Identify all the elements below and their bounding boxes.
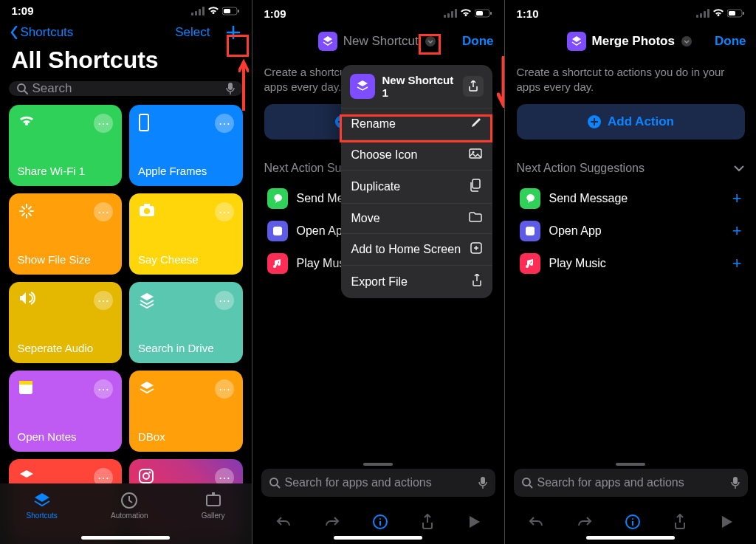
shortcut-options-popup: New Shortcut 1 Rename Choose Icon Duplic… — [341, 65, 492, 298]
popup-item-label: Export File — [351, 275, 408, 289]
nav-back-button[interactable]: Shortcuts — [10, 25, 74, 40]
shortcut-tile[interactable]: ⋯Search in Drive — [129, 282, 243, 363]
more-icon[interactable]: ⋯ — [94, 114, 113, 133]
more-icon[interactable]: ⋯ — [215, 379, 234, 399]
tab-gallery[interactable]: Gallery — [202, 491, 225, 520]
svg-rect-12 — [144, 204, 150, 207]
app-icon — [520, 221, 540, 241]
popup-move[interactable]: Move — [341, 204, 492, 234]
svg-point-53 — [632, 518, 633, 520]
svg-point-28 — [425, 36, 436, 47]
home-indicator[interactable] — [334, 536, 422, 540]
section-title: Next Action Suggestions — [517, 162, 645, 175]
hint-text: Create a shortcut to actions you do in y… — [517, 65, 745, 94]
redo-icon[interactable] — [324, 514, 340, 533]
popup-add-home[interactable]: Add to Home Screen — [341, 234, 492, 266]
play-icon[interactable] — [467, 514, 481, 533]
share-button[interactable] — [463, 76, 484, 97]
shortcut-tile[interactable]: ⋯Open Notes — [9, 371, 123, 452]
popup-choose-icon[interactable]: Choose Icon — [341, 140, 492, 171]
search-field[interactable] — [32, 81, 221, 96]
shortcut-tile[interactable]: ⋯Share Wi-Fi 1 — [9, 105, 123, 186]
info-icon[interactable] — [372, 514, 388, 534]
done-button[interactable]: Done — [715, 34, 746, 49]
search-input[interactable] — [9, 81, 243, 96]
share-icon[interactable] — [420, 514, 435, 534]
popup-rename[interactable]: Rename — [341, 109, 492, 140]
tab-bar: Shortcuts Automation Gallery — [0, 483, 252, 544]
music-icon — [267, 253, 288, 274]
add-icon[interactable]: + — [732, 189, 742, 208]
popup-item-label: Rename — [351, 117, 396, 131]
shortcut-tile[interactable]: ⋯Seperate Audio — [9, 282, 123, 363]
drag-handle[interactable] — [363, 463, 393, 466]
svg-rect-20 — [212, 492, 215, 495]
tab-automation[interactable]: Automation — [111, 491, 148, 520]
plus-icon[interactable] — [225, 24, 241, 41]
nav-title-group[interactable]: New Shortcut — [318, 32, 436, 51]
mic-icon[interactable] — [478, 476, 488, 489]
shortcuts-icon — [32, 491, 52, 510]
shortcuts-grid: ⋯Share Wi-Fi 1 ⋯Apple Frames ⋯Show File … — [0, 96, 252, 544]
redo-icon[interactable] — [577, 514, 593, 533]
chevron-down-icon[interactable] — [733, 165, 745, 172]
play-icon[interactable] — [720, 514, 733, 533]
battery-icon — [475, 9, 492, 18]
plus-square-icon — [470, 242, 482, 257]
popup-title: New Shortcut 1 — [382, 74, 456, 99]
drag-handle[interactable] — [616, 463, 645, 466]
search-icon — [269, 477, 281, 489]
more-icon[interactable]: ⋯ — [94, 379, 113, 399]
action-search-field[interactable] — [285, 476, 473, 489]
suggestion-label: Play Music — [549, 257, 724, 270]
suggestion-item[interactable]: Open App+ — [517, 215, 745, 247]
suggestion-item[interactable]: Play Music+ — [517, 247, 745, 280]
nav-bar: New Shortcut Done — [252, 25, 504, 58]
more-icon[interactable]: ⋯ — [94, 291, 113, 310]
more-icon[interactable]: ⋯ — [215, 114, 234, 133]
music-icon — [520, 253, 540, 274]
mic-icon[interactable] — [225, 82, 236, 95]
add-icon[interactable]: + — [732, 221, 742, 241]
share-icon[interactable] — [673, 514, 687, 534]
tab-shortcuts[interactable]: Shortcuts — [27, 491, 58, 520]
home-indicator[interactable] — [586, 536, 675, 540]
svg-rect-30 — [273, 227, 282, 235]
chevron-down-icon[interactable] — [681, 35, 693, 47]
chevron-left-icon — [10, 26, 18, 39]
add-action-button[interactable]: Add Action — [517, 104, 745, 140]
shortcut-tile[interactable]: ⋯Say Cheese — [129, 193, 243, 275]
nav-title-group[interactable]: Merge Photos — [567, 32, 693, 51]
message-icon — [520, 188, 540, 209]
more-icon[interactable]: ⋯ — [215, 291, 234, 310]
suggestion-item[interactable]: Send Message+ — [517, 182, 745, 215]
done-button[interactable]: Done — [462, 34, 494, 49]
svg-rect-35 — [379, 521, 381, 526]
popup-duplicate[interactable]: Duplicate — [341, 171, 492, 204]
tile-label: DBox — [138, 430, 234, 443]
shortcut-tile[interactable]: ⋯Show File Size — [9, 193, 123, 275]
shortcut-tile[interactable]: ⋯Apple Frames — [129, 105, 243, 186]
tile-label: Show File Size — [18, 253, 114, 266]
svg-rect-45 — [729, 11, 735, 16]
more-icon[interactable]: ⋯ — [215, 202, 234, 221]
chevron-down-icon[interactable] — [425, 35, 436, 47]
svg-point-47 — [681, 36, 692, 47]
action-search[interactable] — [261, 469, 495, 497]
message-icon — [267, 188, 288, 209]
shortcut-tile[interactable]: ⋯DBox — [129, 371, 243, 452]
add-icon[interactable]: + — [732, 254, 742, 273]
svg-rect-0 — [191, 13, 193, 16]
undo-icon[interactable] — [275, 514, 292, 533]
popup-header: New Shortcut 1 — [341, 65, 492, 109]
action-search-field[interactable] — [537, 476, 726, 489]
popup-export[interactable]: Export File — [341, 266, 492, 298]
mic-icon[interactable] — [730, 476, 740, 489]
more-icon[interactable]: ⋯ — [94, 202, 113, 221]
home-indicator[interactable] — [81, 536, 170, 540]
page-title: All Shortcuts — [0, 45, 252, 81]
info-icon[interactable] — [625, 514, 641, 534]
undo-icon[interactable] — [528, 514, 544, 533]
select-button[interactable]: Select — [175, 25, 210, 40]
action-search[interactable] — [514, 469, 748, 497]
